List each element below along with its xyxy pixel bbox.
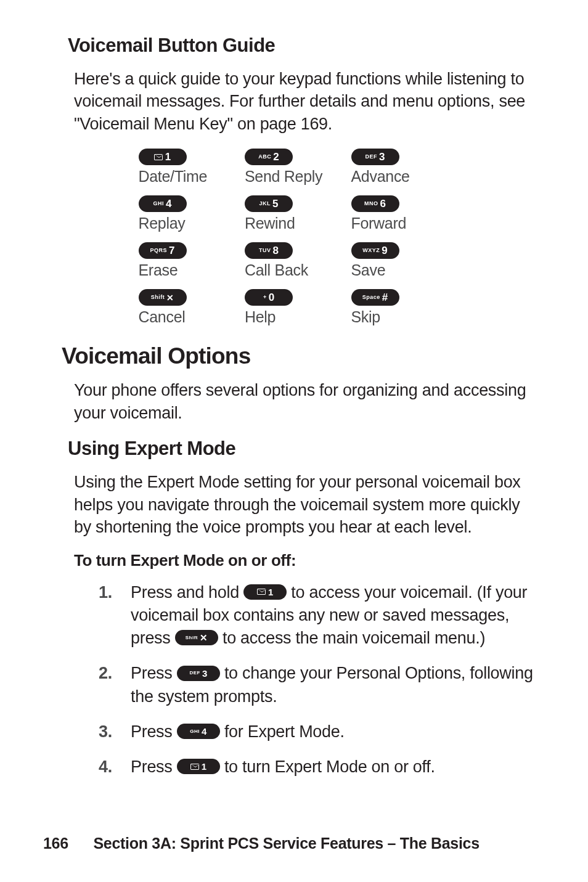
key-main-glyph: ✕ [166, 293, 174, 302]
section-title: Section 3A: Sprint PCS Service Features … [93, 835, 479, 852]
key-function-label: Forward [351, 214, 407, 232]
key-main-glyph: 1 [268, 587, 273, 597]
key-main-glyph: # [382, 292, 388, 303]
key-sub-label: ABC [258, 154, 271, 160]
key-4-icon: GHI 4 [177, 724, 220, 739]
step-3: 3. Press GHI 4 for Expert Mode. [99, 721, 539, 743]
envelope-icon [190, 764, 199, 770]
keypad-cell: DEF3Advance [351, 149, 450, 186]
keypad-cell: JKL5Rewind [245, 195, 343, 232]
key-sub-label: Space [362, 295, 380, 300]
step-number: 1. [99, 581, 112, 604]
keypad-cell: Shift✕Cancel [139, 289, 237, 326]
steps-list: 1. Press and hold 1 to access your voice… [99, 581, 539, 779]
key-1-icon: 1 [177, 759, 220, 774]
key-sub-label: GHI [153, 201, 165, 206]
key-function-label: Date/Time [139, 168, 208, 186]
key-main-glyph: 8 [273, 245, 279, 256]
key-function-label: Advance [351, 168, 410, 186]
keypad-row: GHI4ReplayJKL5RewindMNO6Forward [139, 195, 450, 232]
key-pill: MNO6 [351, 195, 399, 212]
page-number: 166 [43, 835, 68, 852]
key-main-glyph: 3 [379, 152, 385, 162]
key-sub-label: TUV [259, 248, 271, 253]
key-sub-label: PQRS [150, 248, 168, 253]
step-number: 4. [99, 756, 112, 778]
key-function-label: Rewind [245, 214, 295, 232]
key-main-glyph: 4 [202, 727, 206, 736]
keypad-row: PQRS7EraseTUV8Call BackWXYZ9Save [139, 242, 450, 279]
key-pill: PQRS7 [139, 242, 187, 259]
keypad-cell: Space#Skip [351, 289, 450, 326]
key-function-label: Call Back [245, 261, 308, 279]
key-pill: Space# [351, 289, 399, 306]
heading-voicemail-options: Voicemail Options [62, 343, 545, 369]
key-function-label: Save [351, 261, 386, 279]
key-pill: GHI4 [139, 195, 187, 212]
envelope-icon [257, 589, 266, 595]
key-main-glyph: 5 [272, 198, 278, 209]
step-1: 1. Press and hold 1 to access your voice… [99, 581, 539, 650]
keypad-cell: WXYZ9Save [351, 242, 450, 279]
key-main-glyph: 1 [202, 762, 206, 771]
key-function-label: Help [245, 308, 276, 326]
key-sub-label: Shift [186, 635, 198, 640]
key-1-icon: 1 [243, 584, 287, 600]
key-sub-label: JKL [259, 201, 271, 206]
key-function-label: Cancel [139, 308, 186, 326]
step-text: Press [131, 664, 177, 682]
heading-using-expert-mode: Using Expert Mode [68, 438, 545, 460]
key-pill: +0 [245, 289, 293, 306]
key-sub-label: GHI [190, 729, 200, 734]
step-text: for Expert Mode. [224, 722, 345, 741]
step-number: 3. [99, 721, 112, 743]
key-pill: Shift✕ [139, 289, 187, 306]
key-main-glyph: 1 [165, 152, 171, 162]
key-pill: DEF3 [351, 149, 399, 165]
intro-paragraph-3: Using the Expert Mode setting for your p… [74, 471, 539, 538]
key-main-glyph: 0 [269, 292, 274, 303]
envelope-icon [154, 154, 163, 160]
step-number: 2. [99, 662, 112, 685]
key-main-glyph: 9 [382, 245, 387, 256]
keypad-cell: 1Date/Time [139, 149, 237, 186]
key-star-icon: Shift ✕ [175, 630, 218, 645]
key-sub-label: DEF [189, 671, 200, 676]
keypad-cell: ABC2Send Reply [245, 149, 343, 186]
keypad-cell: MNO6Forward [351, 195, 450, 232]
key-pill: JKL5 [245, 195, 293, 212]
intro-paragraph-1: Here's a quick guide to your keypad func… [74, 68, 539, 135]
key-main-glyph: 6 [380, 198, 386, 209]
key-main-glyph: ✕ [200, 633, 208, 642]
keypad-row: Shift✕Cancel+0HelpSpace#Skip [139, 289, 450, 326]
step-text: to access the main voicemail menu.) [223, 629, 485, 647]
key-sub-label: + [263, 295, 267, 300]
key-pill: TUV8 [245, 242, 293, 259]
keypad-guide-table: 1Date/TimeABC2Send ReplyDEF3AdvanceGHI4R… [139, 149, 450, 326]
procedure-title: To turn Expert Mode on or off: [74, 551, 545, 570]
keypad-cell: TUV8Call Back [245, 242, 343, 279]
key-function-label: Skip [351, 308, 380, 326]
step-2: 2. Press DEF 3 to change your Personal O… [99, 662, 539, 708]
key-function-label: Replay [139, 214, 186, 232]
key-sub-label: WXYZ [362, 248, 380, 253]
heading-voicemail-button-guide: Voicemail Button Guide [68, 35, 545, 57]
key-main-glyph: 7 [169, 245, 174, 256]
step-text: Press and hold [131, 583, 243, 602]
key-sub-label: MNO [364, 201, 378, 206]
key-3-icon: DEF 3 [177, 666, 220, 681]
step-4: 4. Press 1 to turn Expert Mode on or off… [99, 756, 539, 778]
step-text: to turn Expert Mode on or off. [224, 757, 435, 776]
keypad-cell: PQRS7Erase [139, 242, 237, 279]
key-main-glyph: 2 [273, 152, 279, 162]
key-pill: WXYZ9 [351, 242, 399, 259]
step-text: Press [131, 757, 177, 776]
key-main-glyph: 4 [166, 198, 171, 209]
keypad-cell: +0Help [245, 289, 343, 326]
key-sub-label: Shift [151, 295, 165, 300]
keypad-row: 1Date/TimeABC2Send ReplyDEF3Advance [139, 149, 450, 186]
step-text: Press [131, 722, 177, 741]
key-sub-label: DEF [365, 154, 378, 160]
key-main-glyph: 3 [202, 669, 207, 678]
key-pill: ABC2 [245, 149, 293, 165]
